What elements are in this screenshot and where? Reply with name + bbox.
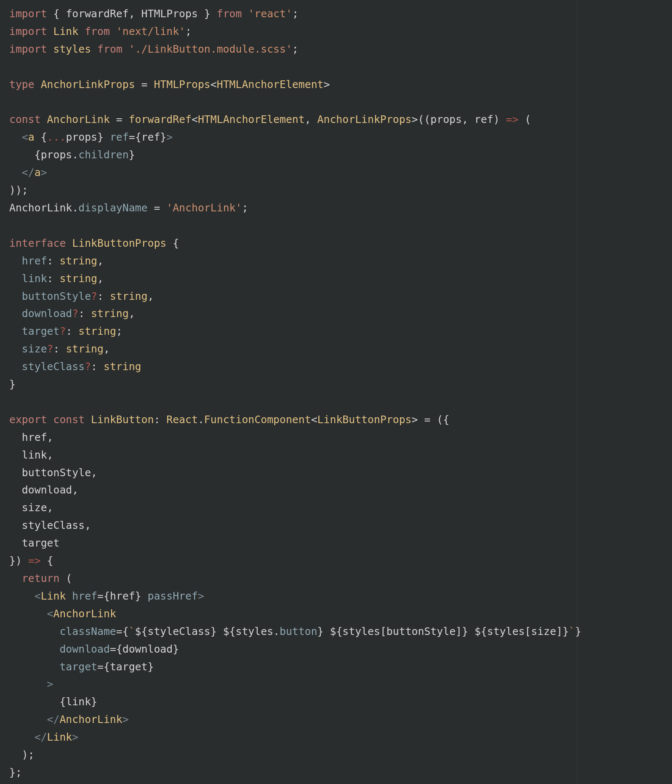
code-token: ${ (135, 625, 148, 637)
code-token: ref (141, 131, 160, 143)
code-token: 'AnchorLink' (166, 202, 242, 214)
code-token: download (123, 643, 173, 655)
code-token: </ (47, 713, 60, 725)
code-token: AnchorLinkProps (41, 78, 135, 91)
code-token: LinkButtonProps (72, 237, 166, 249)
code-token (9, 343, 22, 355)
code-token: href (22, 255, 47, 267)
code-token: from (85, 25, 110, 37)
code-token: displayName (78, 202, 147, 214)
code-token: > = ({ (412, 413, 450, 426)
code-token (9, 431, 22, 443)
code-token (35, 78, 41, 91)
code-token: string (59, 255, 97, 267)
code-token: [ (380, 625, 387, 637)
code-token: < (211, 78, 217, 91)
code-token (66, 237, 72, 249)
code-token (47, 25, 53, 37)
code-token: } (317, 625, 324, 637)
code-token: styleClass (22, 360, 85, 373)
code-token: HTMLAnchorElement (198, 113, 305, 125)
code-token: { (41, 555, 53, 567)
code-token: interface (9, 237, 66, 249)
code-token: ); (9, 749, 35, 761)
code-token (78, 25, 85, 37)
editor-ruler (577, 0, 577, 784)
code-token: </ (35, 731, 47, 743)
code-token (9, 131, 22, 143)
code-token: target (22, 537, 60, 549)
code-token: = (110, 113, 129, 125)
code-token: ? (47, 343, 53, 355)
code-token: >(( (412, 113, 431, 125)
code-token (9, 325, 22, 337)
code-token: = (135, 78, 154, 91)
code-token: ` (129, 625, 135, 637)
code-token: } (91, 696, 97, 708)
code-token: forwardRef (66, 8, 128, 20)
code-token (123, 43, 129, 55)
code-token: HTMLAnchorElement (217, 78, 324, 91)
code-token: size (531, 625, 556, 637)
code-token: ]} (456, 625, 468, 637)
code-token (47, 413, 53, 426)
code-token: href (22, 431, 47, 443)
code-token: AnchorLink (47, 113, 110, 125)
code-token: string (110, 290, 148, 302)
code-token: , (97, 272, 104, 285)
code-token: HTMLProps (141, 8, 198, 20)
code-token: ( (518, 113, 531, 125)
code-token (9, 290, 22, 302)
code-token: ; (116, 325, 123, 337)
code-token: ]} (556, 625, 569, 637)
code-token: href (110, 590, 135, 602)
code-token (9, 166, 22, 179)
code-token: > (47, 678, 53, 690)
code-token: props (41, 149, 72, 161)
code-token: buttonStyle (22, 467, 91, 479)
code-token: children (78, 149, 128, 161)
code-token: , (129, 307, 135, 320)
code-token: { (166, 237, 179, 249)
code-token: LinkButtonProps (317, 413, 412, 426)
code-token: download (22, 307, 72, 320)
code-token (91, 43, 97, 55)
code-token: string (59, 272, 97, 285)
code-token: ` (569, 625, 575, 637)
code-token: passHref (147, 590, 197, 602)
code-token: return (22, 572, 60, 584)
code-token (9, 625, 59, 637)
code-token: } (575, 625, 581, 637)
code-token: ? (72, 307, 78, 320)
code-token (85, 413, 91, 426)
code-token: './LinkButton.module.scss' (129, 43, 292, 55)
code-editor[interactable]: import { forwardRef, HTMLProps } from 'r… (0, 0, 672, 784)
code-token: > (41, 166, 47, 179)
code-token: import (9, 43, 47, 55)
code-token: AnchorLink (59, 713, 122, 725)
code-token: ${ (330, 625, 342, 637)
code-token: buttonStyle (387, 625, 456, 637)
code-token: : (53, 343, 66, 355)
code-token: )); (9, 184, 28, 196)
code-token: } (135, 590, 148, 602)
code-token: } (173, 643, 179, 655)
code-token: ; (292, 43, 299, 55)
code-token: ref (475, 113, 493, 125)
code-token: export (9, 413, 47, 426)
code-token: styles (53, 43, 91, 55)
code-token: link (22, 449, 47, 461)
code-token: HTMLProps (154, 78, 210, 91)
code-token: ) (493, 113, 506, 125)
code-token (66, 590, 72, 602)
code-token (9, 661, 59, 673)
code-token: { (9, 696, 66, 708)
code-token: , (462, 113, 475, 125)
code-token: string (91, 307, 129, 320)
code-token (9, 590, 35, 602)
code-token: : (66, 325, 78, 337)
code-token: > (72, 731, 78, 743)
code-token: type (9, 78, 35, 91)
code-token (9, 467, 22, 479)
code-token (9, 307, 22, 320)
